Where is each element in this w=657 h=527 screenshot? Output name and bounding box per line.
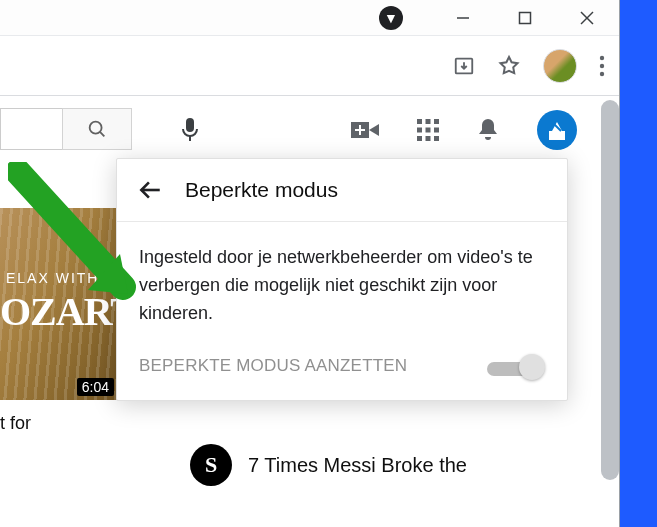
feed-item[interactable]: S 7 Times Messi Broke the bbox=[190, 444, 568, 486]
restricted-mode-popover: Beperkte modus Ingesteld door je netwerk… bbox=[116, 158, 568, 401]
toggle-row: BEPERKTE MODUS AANZETTEN bbox=[139, 356, 545, 376]
svg-rect-18 bbox=[417, 128, 422, 133]
page-content: ELAX WITH OZART 6:04 t for S 7 Times Mes… bbox=[0, 96, 619, 527]
bookmark-star-icon[interactable] bbox=[497, 54, 521, 78]
svg-rect-10 bbox=[186, 118, 194, 132]
browser-menu-icon[interactable] bbox=[599, 55, 605, 77]
browser-window: ▼ bbox=[0, 0, 620, 527]
popover-body: Ingesteld door je netwerkbeheerder om vi… bbox=[117, 222, 567, 400]
channel-avatar-icon[interactable]: S bbox=[190, 444, 232, 486]
window-minimize-button[interactable] bbox=[443, 2, 483, 34]
svg-rect-21 bbox=[417, 136, 422, 141]
browser-profile-avatar[interactable] bbox=[543, 49, 577, 83]
svg-rect-15 bbox=[417, 119, 422, 124]
voice-search-button[interactable] bbox=[170, 110, 210, 150]
youtube-header-actions bbox=[351, 110, 577, 150]
restricted-mode-toggle[interactable] bbox=[487, 356, 545, 376]
toggle-knob bbox=[519, 354, 545, 380]
search-group bbox=[0, 108, 132, 150]
search-button[interactable] bbox=[62, 108, 132, 150]
toggle-label: BEPERKTE MODUS AANZETTEN bbox=[139, 356, 407, 376]
feed-video-title[interactable]: 7 Times Messi Broke the bbox=[248, 453, 568, 478]
svg-rect-20 bbox=[434, 128, 439, 133]
account-avatar[interactable] bbox=[537, 110, 577, 150]
apps-grid-icon[interactable] bbox=[417, 119, 439, 141]
svg-rect-22 bbox=[426, 136, 431, 141]
svg-point-5 bbox=[600, 55, 604, 59]
svg-rect-24 bbox=[549, 131, 565, 140]
channel-avatar-letter: S bbox=[205, 452, 217, 478]
youtube-header bbox=[0, 96, 619, 162]
tab-indicator-glyph: ▼ bbox=[384, 10, 398, 26]
annotation-arrow-icon bbox=[8, 162, 148, 322]
svg-rect-1 bbox=[520, 12, 531, 23]
video-title[interactable]: t for bbox=[0, 412, 118, 435]
search-input[interactable] bbox=[0, 108, 62, 150]
tab-indicator-icon: ▼ bbox=[379, 6, 403, 30]
svg-point-6 bbox=[600, 63, 604, 67]
svg-line-9 bbox=[100, 132, 104, 136]
window-close-button[interactable] bbox=[567, 2, 607, 34]
svg-rect-19 bbox=[426, 128, 431, 133]
svg-point-7 bbox=[600, 71, 604, 75]
browser-toolbar bbox=[0, 36, 619, 96]
window-maximize-button[interactable] bbox=[505, 2, 545, 34]
window-titlebar: ▼ bbox=[0, 0, 619, 36]
svg-point-8 bbox=[90, 122, 102, 134]
svg-rect-14 bbox=[355, 129, 365, 131]
notifications-bell-icon[interactable] bbox=[477, 117, 499, 143]
svg-rect-17 bbox=[434, 119, 439, 124]
popover-description: Ingesteld door je netwerkbeheerder om vi… bbox=[139, 244, 545, 328]
create-video-icon[interactable] bbox=[351, 120, 379, 140]
popover-title: Beperkte modus bbox=[185, 178, 338, 202]
install-app-icon[interactable] bbox=[453, 55, 475, 77]
svg-rect-16 bbox=[426, 119, 431, 124]
thumbnail-duration-badge: 6:04 bbox=[77, 378, 114, 396]
popover-header: Beperkte modus bbox=[117, 159, 567, 222]
svg-rect-23 bbox=[434, 136, 439, 141]
